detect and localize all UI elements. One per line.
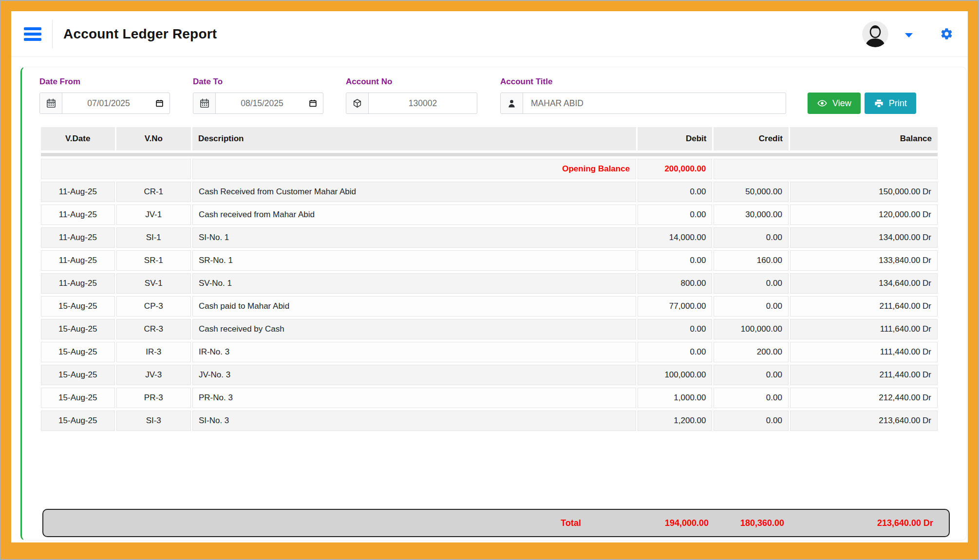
col-balance: Balance xyxy=(790,127,938,150)
cell-credit: 30,000.00 xyxy=(714,205,788,225)
cell-credit: 0.00 xyxy=(714,388,788,408)
col-description: Description xyxy=(192,127,636,150)
cell-description: PR-No. 3 xyxy=(192,388,636,408)
ledger-table: V.Date V.No Description Debit Credit Bal… xyxy=(39,125,939,433)
hamburger-menu-icon[interactable] xyxy=(24,27,41,41)
person-icon xyxy=(501,93,523,113)
total-credit: 180,360.00 xyxy=(716,518,792,528)
cell-vdate: 11-Aug-25 xyxy=(41,182,115,202)
dropdown-caret-icon[interactable] xyxy=(905,33,913,37)
cell-balance: 111,440.00 Dr xyxy=(790,342,938,362)
cell-vno: JV-1 xyxy=(116,205,191,225)
account-title-input[interactable] xyxy=(523,93,786,113)
cell-vno: SR-1 xyxy=(116,250,191,271)
cell-description: Cash Received from Customer Mahar Abid xyxy=(192,182,636,202)
cell-description: JV-No. 3 xyxy=(192,365,636,385)
opening-balance-label: Opening Balance xyxy=(192,159,636,179)
cell-debit: 800.00 xyxy=(638,273,712,294)
cell-credit: 200.00 xyxy=(714,342,788,362)
table-row: 15-Aug-25 CR-3 Cash received by Cash 0.0… xyxy=(41,319,938,339)
cell-description: SV-No. 1 xyxy=(192,273,636,294)
header-divider xyxy=(52,20,53,48)
total-bar: Total 194,000.00 180,360.00 213,640.00 D… xyxy=(42,509,950,537)
table-header-row: V.Date V.No Description Debit Credit Bal… xyxy=(41,127,938,150)
action-buttons: View Print xyxy=(808,93,916,114)
table-row: 11-Aug-25 CR-1 Cash Received from Custom… xyxy=(41,182,938,202)
table-row: 15-Aug-25 JV-3 JV-No. 3 100,000.00 0.00 … xyxy=(41,365,938,385)
cell-balance: 111,640.00 Dr xyxy=(790,319,938,339)
cell-debit: 77,000.00 xyxy=(638,296,712,317)
cell-description: IR-No. 3 xyxy=(192,342,636,362)
cell-debit: 100,000.00 xyxy=(638,365,712,385)
header-separator-strip xyxy=(41,153,938,156)
top-bar: Account Ledger Report xyxy=(11,11,968,57)
cell-balance: 133,840.00 Dr xyxy=(790,250,938,271)
table-row: 11-Aug-25 JV-1 Cash received from Mahar … xyxy=(41,205,938,225)
cell-description: Cash received by Cash xyxy=(192,319,636,339)
date-from-group: Date From xyxy=(39,77,170,114)
cell-credit: 0.00 xyxy=(714,296,788,317)
date-to-group: Date To xyxy=(193,77,323,114)
avatar-person-icon xyxy=(862,21,888,47)
cell-balance: 211,440.00 Dr xyxy=(790,365,938,385)
cell-credit: 100,000.00 xyxy=(714,319,788,339)
cell-vno: IR-3 xyxy=(116,342,191,362)
cell-vno: SI-1 xyxy=(116,227,191,248)
date-to-picker-icon[interactable] xyxy=(308,99,318,108)
date-to-input[interactable] xyxy=(216,93,323,113)
cell-vno: CR-1 xyxy=(116,182,191,202)
print-button[interactable]: Print xyxy=(865,93,916,114)
total-balance: 213,640.00 Dr xyxy=(792,518,949,528)
cell-description: SR-No. 1 xyxy=(192,250,636,271)
cell-credit: 50,000.00 xyxy=(714,182,788,202)
cell-vno: CR-3 xyxy=(116,319,191,339)
cell-description: Cash paid to Mahar Abid xyxy=(192,296,636,317)
cell-balance: 134,000.00 Dr xyxy=(790,227,938,248)
cell-credit: 0.00 xyxy=(714,227,788,248)
cell-vno: PR-3 xyxy=(116,388,191,408)
col-vdate: V.Date xyxy=(41,127,115,150)
cell-vdate: 11-Aug-25 xyxy=(41,250,115,271)
calendar-icon xyxy=(40,93,62,113)
cell-vno: JV-3 xyxy=(116,365,191,385)
cell-description: SI-No. 1 xyxy=(192,227,636,248)
cell-debit: 0.00 xyxy=(638,205,712,225)
filter-row: Date From xyxy=(39,77,939,114)
cell-vdate: 15-Aug-25 xyxy=(41,342,115,362)
col-credit: Credit xyxy=(714,127,788,150)
cell-vdate: 11-Aug-25 xyxy=(41,273,115,294)
table-row: 11-Aug-25 SI-1 SI-No. 1 14,000.00 0.00 1… xyxy=(41,227,938,248)
settings-gear-icon[interactable] xyxy=(940,27,953,40)
cell-balance: 134,640.00 Dr xyxy=(790,273,938,294)
app-window: Account Ledger Report xyxy=(11,11,968,542)
cell-credit: 160.00 xyxy=(714,250,788,271)
cell-balance: 213,640.00 Dr xyxy=(790,411,938,431)
cell-description: Cash received from Mahar Abid xyxy=(192,205,636,225)
opening-empty-cell xyxy=(41,159,191,179)
account-no-group: Account No xyxy=(346,77,477,114)
cell-credit: 0.00 xyxy=(714,411,788,431)
view-button[interactable]: View xyxy=(808,93,861,114)
date-to-label: Date To xyxy=(193,77,323,87)
cell-debit: 14,000.00 xyxy=(638,227,712,248)
cube-icon xyxy=(346,93,369,113)
account-no-input[interactable] xyxy=(369,93,477,113)
cell-balance: 211,640.00 Dr xyxy=(790,296,938,317)
table-row: 15-Aug-25 IR-3 IR-No. 3 0.00 200.00 111,… xyxy=(41,342,938,362)
ledger-rows: 11-Aug-25 CR-1 Cash Received from Custom… xyxy=(41,182,938,431)
cell-debit: 0.00 xyxy=(638,182,712,202)
cell-credit: 0.00 xyxy=(714,273,788,294)
cell-balance: 150,000.00 Dr xyxy=(790,182,938,202)
date-from-picker-icon[interactable] xyxy=(155,99,164,108)
date-from-label: Date From xyxy=(39,77,170,87)
report-card: Date From xyxy=(20,67,967,541)
table-row: 11-Aug-25 SR-1 SR-No. 1 0.00 160.00 133,… xyxy=(41,250,938,271)
cell-vdate: 11-Aug-25 xyxy=(41,227,115,248)
cell-credit: 0.00 xyxy=(714,365,788,385)
date-from-input[interactable] xyxy=(62,93,169,113)
total-debit: 194,000.00 xyxy=(643,518,716,528)
opening-balance-row: Opening Balance 200,000.00 xyxy=(41,159,938,179)
account-title-label: Account Title xyxy=(500,77,786,87)
user-avatar[interactable] xyxy=(862,21,888,47)
cell-debit: 1,000.00 xyxy=(638,388,712,408)
